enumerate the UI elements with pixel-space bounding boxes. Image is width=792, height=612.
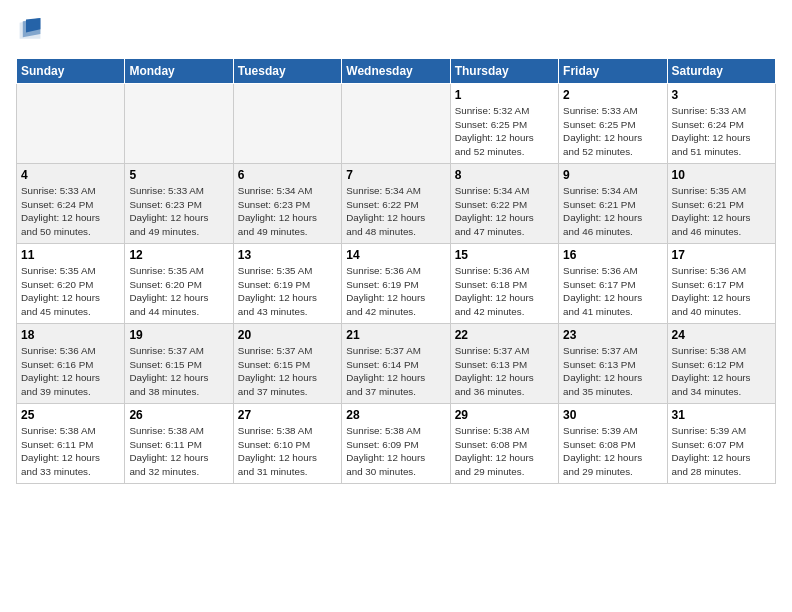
header-sunday: Sunday xyxy=(17,59,125,84)
day-number: 17 xyxy=(672,248,771,262)
day-number: 1 xyxy=(455,88,554,102)
day-number: 12 xyxy=(129,248,228,262)
calendar-cell: 10Sunrise: 5:35 AMSunset: 6:21 PMDayligh… xyxy=(667,164,775,244)
calendar-cell: 6Sunrise: 5:34 AMSunset: 6:23 PMDaylight… xyxy=(233,164,341,244)
day-info: Sunrise: 5:37 AMSunset: 6:15 PMDaylight:… xyxy=(129,344,228,399)
day-info: Sunrise: 5:37 AMSunset: 6:14 PMDaylight:… xyxy=(346,344,445,399)
calendar-cell: 31Sunrise: 5:39 AMSunset: 6:07 PMDayligh… xyxy=(667,404,775,484)
calendar-cell: 14Sunrise: 5:36 AMSunset: 6:19 PMDayligh… xyxy=(342,244,450,324)
header-saturday: Saturday xyxy=(667,59,775,84)
day-number: 14 xyxy=(346,248,445,262)
day-info: Sunrise: 5:38 AMSunset: 6:11 PMDaylight:… xyxy=(21,424,120,479)
day-info: Sunrise: 5:37 AMSunset: 6:13 PMDaylight:… xyxy=(563,344,662,399)
calendar-cell: 22Sunrise: 5:37 AMSunset: 6:13 PMDayligh… xyxy=(450,324,558,404)
day-number: 6 xyxy=(238,168,337,182)
calendar-week-4: 18Sunrise: 5:36 AMSunset: 6:16 PMDayligh… xyxy=(17,324,776,404)
day-number: 10 xyxy=(672,168,771,182)
day-info: Sunrise: 5:38 AMSunset: 6:09 PMDaylight:… xyxy=(346,424,445,479)
day-number: 23 xyxy=(563,328,662,342)
calendar-week-3: 11Sunrise: 5:35 AMSunset: 6:20 PMDayligh… xyxy=(17,244,776,324)
page-header xyxy=(16,16,776,48)
calendar-cell xyxy=(233,84,341,164)
day-info: Sunrise: 5:32 AMSunset: 6:25 PMDaylight:… xyxy=(455,104,554,159)
calendar-cell: 26Sunrise: 5:38 AMSunset: 6:11 PMDayligh… xyxy=(125,404,233,484)
calendar-cell: 1Sunrise: 5:32 AMSunset: 6:25 PMDaylight… xyxy=(450,84,558,164)
calendar-cell: 16Sunrise: 5:36 AMSunset: 6:17 PMDayligh… xyxy=(559,244,667,324)
header-monday: Monday xyxy=(125,59,233,84)
logo-icon xyxy=(18,16,42,44)
day-info: Sunrise: 5:35 AMSunset: 6:20 PMDaylight:… xyxy=(129,264,228,319)
calendar-week-5: 25Sunrise: 5:38 AMSunset: 6:11 PMDayligh… xyxy=(17,404,776,484)
calendar-cell xyxy=(125,84,233,164)
header-thursday: Thursday xyxy=(450,59,558,84)
calendar-cell: 25Sunrise: 5:38 AMSunset: 6:11 PMDayligh… xyxy=(17,404,125,484)
day-info: Sunrise: 5:38 AMSunset: 6:08 PMDaylight:… xyxy=(455,424,554,479)
calendar-table: SundayMondayTuesdayWednesdayThursdayFrid… xyxy=(16,58,776,484)
calendar-cell: 19Sunrise: 5:37 AMSunset: 6:15 PMDayligh… xyxy=(125,324,233,404)
day-info: Sunrise: 5:38 AMSunset: 6:10 PMDaylight:… xyxy=(238,424,337,479)
day-number: 13 xyxy=(238,248,337,262)
calendar-week-2: 4Sunrise: 5:33 AMSunset: 6:24 PMDaylight… xyxy=(17,164,776,244)
day-info: Sunrise: 5:36 AMSunset: 6:17 PMDaylight:… xyxy=(563,264,662,319)
calendar-cell xyxy=(17,84,125,164)
calendar-week-1: 1Sunrise: 5:32 AMSunset: 6:25 PMDaylight… xyxy=(17,84,776,164)
day-number: 28 xyxy=(346,408,445,422)
calendar-cell: 7Sunrise: 5:34 AMSunset: 6:22 PMDaylight… xyxy=(342,164,450,244)
day-number: 24 xyxy=(672,328,771,342)
calendar-cell: 23Sunrise: 5:37 AMSunset: 6:13 PMDayligh… xyxy=(559,324,667,404)
calendar-cell: 2Sunrise: 5:33 AMSunset: 6:25 PMDaylight… xyxy=(559,84,667,164)
day-number: 22 xyxy=(455,328,554,342)
day-info: Sunrise: 5:38 AMSunset: 6:12 PMDaylight:… xyxy=(672,344,771,399)
day-info: Sunrise: 5:39 AMSunset: 6:07 PMDaylight:… xyxy=(672,424,771,479)
day-info: Sunrise: 5:39 AMSunset: 6:08 PMDaylight:… xyxy=(563,424,662,479)
calendar-cell: 17Sunrise: 5:36 AMSunset: 6:17 PMDayligh… xyxy=(667,244,775,324)
day-number: 9 xyxy=(563,168,662,182)
day-info: Sunrise: 5:33 AMSunset: 6:24 PMDaylight:… xyxy=(21,184,120,239)
day-info: Sunrise: 5:34 AMSunset: 6:22 PMDaylight:… xyxy=(455,184,554,239)
calendar-cell: 8Sunrise: 5:34 AMSunset: 6:22 PMDaylight… xyxy=(450,164,558,244)
calendar-cell: 29Sunrise: 5:38 AMSunset: 6:08 PMDayligh… xyxy=(450,404,558,484)
day-info: Sunrise: 5:36 AMSunset: 6:18 PMDaylight:… xyxy=(455,264,554,319)
day-number: 18 xyxy=(21,328,120,342)
logo xyxy=(16,16,42,48)
day-number: 16 xyxy=(563,248,662,262)
calendar-cell xyxy=(342,84,450,164)
day-number: 20 xyxy=(238,328,337,342)
day-number: 25 xyxy=(21,408,120,422)
day-number: 31 xyxy=(672,408,771,422)
calendar-cell: 12Sunrise: 5:35 AMSunset: 6:20 PMDayligh… xyxy=(125,244,233,324)
day-info: Sunrise: 5:36 AMSunset: 6:16 PMDaylight:… xyxy=(21,344,120,399)
day-number: 29 xyxy=(455,408,554,422)
day-number: 8 xyxy=(455,168,554,182)
calendar-cell: 3Sunrise: 5:33 AMSunset: 6:24 PMDaylight… xyxy=(667,84,775,164)
day-number: 7 xyxy=(346,168,445,182)
calendar-header-row: SundayMondayTuesdayWednesdayThursdayFrid… xyxy=(17,59,776,84)
calendar-cell: 24Sunrise: 5:38 AMSunset: 6:12 PMDayligh… xyxy=(667,324,775,404)
header-tuesday: Tuesday xyxy=(233,59,341,84)
calendar-cell: 28Sunrise: 5:38 AMSunset: 6:09 PMDayligh… xyxy=(342,404,450,484)
day-info: Sunrise: 5:35 AMSunset: 6:19 PMDaylight:… xyxy=(238,264,337,319)
calendar-cell: 20Sunrise: 5:37 AMSunset: 6:15 PMDayligh… xyxy=(233,324,341,404)
day-number: 21 xyxy=(346,328,445,342)
calendar-cell: 18Sunrise: 5:36 AMSunset: 6:16 PMDayligh… xyxy=(17,324,125,404)
day-number: 30 xyxy=(563,408,662,422)
day-number: 26 xyxy=(129,408,228,422)
day-info: Sunrise: 5:36 AMSunset: 6:19 PMDaylight:… xyxy=(346,264,445,319)
day-info: Sunrise: 5:37 AMSunset: 6:13 PMDaylight:… xyxy=(455,344,554,399)
day-info: Sunrise: 5:38 AMSunset: 6:11 PMDaylight:… xyxy=(129,424,228,479)
day-number: 19 xyxy=(129,328,228,342)
calendar-cell: 21Sunrise: 5:37 AMSunset: 6:14 PMDayligh… xyxy=(342,324,450,404)
calendar-cell: 27Sunrise: 5:38 AMSunset: 6:10 PMDayligh… xyxy=(233,404,341,484)
calendar-cell: 30Sunrise: 5:39 AMSunset: 6:08 PMDayligh… xyxy=(559,404,667,484)
day-info: Sunrise: 5:37 AMSunset: 6:15 PMDaylight:… xyxy=(238,344,337,399)
day-number: 11 xyxy=(21,248,120,262)
day-number: 2 xyxy=(563,88,662,102)
header-friday: Friday xyxy=(559,59,667,84)
calendar-cell: 9Sunrise: 5:34 AMSunset: 6:21 PMDaylight… xyxy=(559,164,667,244)
day-number: 3 xyxy=(672,88,771,102)
day-info: Sunrise: 5:35 AMSunset: 6:20 PMDaylight:… xyxy=(21,264,120,319)
day-number: 27 xyxy=(238,408,337,422)
calendar-cell: 13Sunrise: 5:35 AMSunset: 6:19 PMDayligh… xyxy=(233,244,341,324)
day-info: Sunrise: 5:34 AMSunset: 6:22 PMDaylight:… xyxy=(346,184,445,239)
day-info: Sunrise: 5:36 AMSunset: 6:17 PMDaylight:… xyxy=(672,264,771,319)
